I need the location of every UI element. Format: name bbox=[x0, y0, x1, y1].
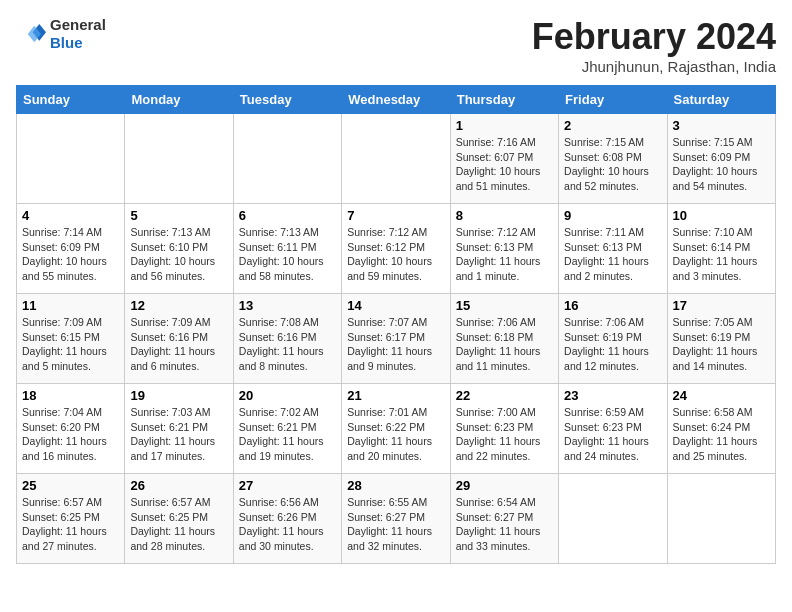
day-info: Sunrise: 7:12 AMSunset: 6:13 PMDaylight:… bbox=[456, 225, 553, 284]
day-number: 13 bbox=[239, 298, 336, 313]
day-number: 12 bbox=[130, 298, 227, 313]
day-cell: 23Sunrise: 6:59 AMSunset: 6:23 PMDayligh… bbox=[559, 384, 667, 474]
day-cell: 15Sunrise: 7:06 AMSunset: 6:18 PMDayligh… bbox=[450, 294, 558, 384]
day-cell: 7Sunrise: 7:12 AMSunset: 6:12 PMDaylight… bbox=[342, 204, 450, 294]
day-info: Sunrise: 6:59 AMSunset: 6:23 PMDaylight:… bbox=[564, 405, 661, 464]
day-number: 19 bbox=[130, 388, 227, 403]
day-cell: 17Sunrise: 7:05 AMSunset: 6:19 PMDayligh… bbox=[667, 294, 775, 384]
day-number: 16 bbox=[564, 298, 661, 313]
day-number: 7 bbox=[347, 208, 444, 223]
day-number: 29 bbox=[456, 478, 553, 493]
day-info: Sunrise: 6:57 AMSunset: 6:25 PMDaylight:… bbox=[130, 495, 227, 554]
generalblue-logo-icon bbox=[16, 22, 46, 46]
calendar-table: SundayMondayTuesdayWednesdayThursdayFrid… bbox=[16, 85, 776, 564]
day-cell: 16Sunrise: 7:06 AMSunset: 6:19 PMDayligh… bbox=[559, 294, 667, 384]
col-header-friday: Friday bbox=[559, 86, 667, 114]
location-text: Jhunjhunun, Rajasthan, India bbox=[532, 58, 776, 75]
day-number: 6 bbox=[239, 208, 336, 223]
day-number: 8 bbox=[456, 208, 553, 223]
page-header: General Blue February 2024 Jhunjhunun, R… bbox=[16, 16, 776, 75]
day-info: Sunrise: 7:05 AMSunset: 6:19 PMDaylight:… bbox=[673, 315, 770, 374]
day-cell: 1Sunrise: 7:16 AMSunset: 6:07 PMDaylight… bbox=[450, 114, 558, 204]
day-cell: 2Sunrise: 7:15 AMSunset: 6:08 PMDaylight… bbox=[559, 114, 667, 204]
day-cell: 12Sunrise: 7:09 AMSunset: 6:16 PMDayligh… bbox=[125, 294, 233, 384]
col-header-tuesday: Tuesday bbox=[233, 86, 341, 114]
day-number: 11 bbox=[22, 298, 119, 313]
day-info: Sunrise: 7:09 AMSunset: 6:15 PMDaylight:… bbox=[22, 315, 119, 374]
day-cell: 26Sunrise: 6:57 AMSunset: 6:25 PMDayligh… bbox=[125, 474, 233, 564]
day-cell: 14Sunrise: 7:07 AMSunset: 6:17 PMDayligh… bbox=[342, 294, 450, 384]
day-info: Sunrise: 7:15 AMSunset: 6:08 PMDaylight:… bbox=[564, 135, 661, 194]
day-number: 27 bbox=[239, 478, 336, 493]
day-cell: 19Sunrise: 7:03 AMSunset: 6:21 PMDayligh… bbox=[125, 384, 233, 474]
day-info: Sunrise: 7:09 AMSunset: 6:16 PMDaylight:… bbox=[130, 315, 227, 374]
day-info: Sunrise: 7:13 AMSunset: 6:10 PMDaylight:… bbox=[130, 225, 227, 284]
week-row-2: 4Sunrise: 7:14 AMSunset: 6:09 PMDaylight… bbox=[17, 204, 776, 294]
week-row-3: 11Sunrise: 7:09 AMSunset: 6:15 PMDayligh… bbox=[17, 294, 776, 384]
day-info: Sunrise: 7:08 AMSunset: 6:16 PMDaylight:… bbox=[239, 315, 336, 374]
day-info: Sunrise: 7:06 AMSunset: 6:18 PMDaylight:… bbox=[456, 315, 553, 374]
day-number: 2 bbox=[564, 118, 661, 133]
logo-blue: Blue bbox=[50, 34, 83, 51]
day-number: 9 bbox=[564, 208, 661, 223]
day-cell: 28Sunrise: 6:55 AMSunset: 6:27 PMDayligh… bbox=[342, 474, 450, 564]
day-number: 22 bbox=[456, 388, 553, 403]
col-header-monday: Monday bbox=[125, 86, 233, 114]
day-info: Sunrise: 6:55 AMSunset: 6:27 PMDaylight:… bbox=[347, 495, 444, 554]
day-info: Sunrise: 7:12 AMSunset: 6:12 PMDaylight:… bbox=[347, 225, 444, 284]
day-cell: 29Sunrise: 6:54 AMSunset: 6:27 PMDayligh… bbox=[450, 474, 558, 564]
day-info: Sunrise: 7:10 AMSunset: 6:14 PMDaylight:… bbox=[673, 225, 770, 284]
day-info: Sunrise: 7:07 AMSunset: 6:17 PMDaylight:… bbox=[347, 315, 444, 374]
day-info: Sunrise: 7:15 AMSunset: 6:09 PMDaylight:… bbox=[673, 135, 770, 194]
month-year-title: February 2024 bbox=[532, 16, 776, 58]
week-row-1: 1Sunrise: 7:16 AMSunset: 6:07 PMDaylight… bbox=[17, 114, 776, 204]
col-header-saturday: Saturday bbox=[667, 86, 775, 114]
day-number: 20 bbox=[239, 388, 336, 403]
day-cell bbox=[233, 114, 341, 204]
day-cell: 8Sunrise: 7:12 AMSunset: 6:13 PMDaylight… bbox=[450, 204, 558, 294]
day-cell: 10Sunrise: 7:10 AMSunset: 6:14 PMDayligh… bbox=[667, 204, 775, 294]
logo-text: General Blue bbox=[50, 16, 106, 52]
day-info: Sunrise: 7:13 AMSunset: 6:11 PMDaylight:… bbox=[239, 225, 336, 284]
day-cell: 11Sunrise: 7:09 AMSunset: 6:15 PMDayligh… bbox=[17, 294, 125, 384]
day-cell bbox=[342, 114, 450, 204]
day-cell: 18Sunrise: 7:04 AMSunset: 6:20 PMDayligh… bbox=[17, 384, 125, 474]
title-block: February 2024 Jhunjhunun, Rajasthan, Ind… bbox=[532, 16, 776, 75]
day-cell bbox=[125, 114, 233, 204]
day-cell: 25Sunrise: 6:57 AMSunset: 6:25 PMDayligh… bbox=[17, 474, 125, 564]
day-cell: 6Sunrise: 7:13 AMSunset: 6:11 PMDaylight… bbox=[233, 204, 341, 294]
day-info: Sunrise: 7:01 AMSunset: 6:22 PMDaylight:… bbox=[347, 405, 444, 464]
day-cell: 24Sunrise: 6:58 AMSunset: 6:24 PMDayligh… bbox=[667, 384, 775, 474]
day-number: 25 bbox=[22, 478, 119, 493]
day-number: 26 bbox=[130, 478, 227, 493]
col-header-wednesday: Wednesday bbox=[342, 86, 450, 114]
day-cell bbox=[559, 474, 667, 564]
day-info: Sunrise: 7:00 AMSunset: 6:23 PMDaylight:… bbox=[456, 405, 553, 464]
day-number: 28 bbox=[347, 478, 444, 493]
day-info: Sunrise: 7:11 AMSunset: 6:13 PMDaylight:… bbox=[564, 225, 661, 284]
day-number: 3 bbox=[673, 118, 770, 133]
day-number: 24 bbox=[673, 388, 770, 403]
day-number: 14 bbox=[347, 298, 444, 313]
day-cell: 22Sunrise: 7:00 AMSunset: 6:23 PMDayligh… bbox=[450, 384, 558, 474]
day-cell: 4Sunrise: 7:14 AMSunset: 6:09 PMDaylight… bbox=[17, 204, 125, 294]
week-row-5: 25Sunrise: 6:57 AMSunset: 6:25 PMDayligh… bbox=[17, 474, 776, 564]
day-info: Sunrise: 6:54 AMSunset: 6:27 PMDaylight:… bbox=[456, 495, 553, 554]
day-info: Sunrise: 7:06 AMSunset: 6:19 PMDaylight:… bbox=[564, 315, 661, 374]
day-number: 10 bbox=[673, 208, 770, 223]
day-number: 15 bbox=[456, 298, 553, 313]
day-cell: 21Sunrise: 7:01 AMSunset: 6:22 PMDayligh… bbox=[342, 384, 450, 474]
day-info: Sunrise: 7:14 AMSunset: 6:09 PMDaylight:… bbox=[22, 225, 119, 284]
day-cell bbox=[667, 474, 775, 564]
day-number: 21 bbox=[347, 388, 444, 403]
day-cell: 5Sunrise: 7:13 AMSunset: 6:10 PMDaylight… bbox=[125, 204, 233, 294]
col-header-thursday: Thursday bbox=[450, 86, 558, 114]
day-info: Sunrise: 7:04 AMSunset: 6:20 PMDaylight:… bbox=[22, 405, 119, 464]
day-cell: 20Sunrise: 7:02 AMSunset: 6:21 PMDayligh… bbox=[233, 384, 341, 474]
day-number: 4 bbox=[22, 208, 119, 223]
day-info: Sunrise: 6:56 AMSunset: 6:26 PMDaylight:… bbox=[239, 495, 336, 554]
day-number: 18 bbox=[22, 388, 119, 403]
header-row: SundayMondayTuesdayWednesdayThursdayFrid… bbox=[17, 86, 776, 114]
day-info: Sunrise: 7:16 AMSunset: 6:07 PMDaylight:… bbox=[456, 135, 553, 194]
day-number: 17 bbox=[673, 298, 770, 313]
